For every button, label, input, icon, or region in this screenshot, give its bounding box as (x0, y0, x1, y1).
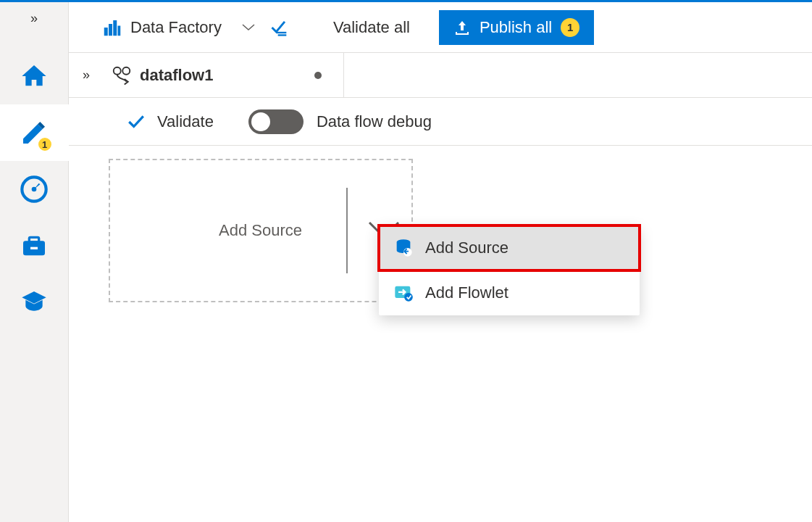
main-content: Data Factory Validate all Publish all 1 … (69, 2, 812, 522)
publish-label: Publish all (480, 18, 552, 37)
add-source-menu: Add Source Add Flowlet (379, 225, 640, 315)
factory-icon (101, 17, 123, 38)
svg-rect-5 (104, 28, 108, 36)
svg-point-10 (122, 67, 130, 74)
author-badge: 1 (37, 136, 53, 152)
expand-panel-icon[interactable]: » (69, 67, 104, 83)
nav-manage[interactable] (0, 218, 69, 274)
gauge-icon (20, 175, 49, 204)
add-source-placeholder[interactable]: Add Source (109, 159, 413, 302)
chevron-down-icon (242, 24, 255, 31)
dataflow-icon (111, 65, 133, 86)
svg-rect-7 (113, 20, 117, 36)
publish-all-button[interactable]: Publish all 1 (439, 10, 594, 45)
nav-monitor[interactable] (0, 161, 69, 218)
toggle-thumb (251, 112, 270, 131)
svg-rect-6 (109, 24, 112, 36)
graduation-icon (20, 288, 49, 317)
factory-selector[interactable]: Data Factory (101, 17, 255, 38)
validate-all-label: Validate all (333, 18, 410, 37)
dataflow-canvas[interactable]: Add Source Add Source (69, 146, 812, 302)
check-all-icon (269, 17, 290, 38)
tab-dataflow1[interactable]: dataflow1 (104, 53, 344, 98)
left-nav-rail: » 1 (0, 2, 69, 522)
home-icon (20, 62, 49, 91)
validate-all-button[interactable]: Validate all (269, 17, 410, 38)
check-icon (127, 112, 146, 131)
flowlet-icon (393, 283, 414, 303)
divider (346, 188, 348, 273)
debug-toggle[interactable] (248, 109, 304, 134)
menu-add-flowlet-label: Add Flowlet (425, 283, 508, 302)
dataflow-action-bar: Validate Data flow debug (69, 98, 812, 146)
svg-point-1 (32, 187, 37, 192)
menu-add-source-label: Add Source (425, 239, 508, 257)
menu-add-source[interactable]: Add Source (379, 225, 640, 270)
publish-badge: 1 (561, 18, 579, 37)
tab-bar: » dataflow1 (69, 53, 812, 98)
nav-author[interactable]: 1 (0, 104, 69, 161)
unsaved-indicator-icon (314, 72, 322, 79)
menu-add-flowlet[interactable]: Add Flowlet (379, 270, 640, 315)
nav-home[interactable] (0, 48, 69, 104)
factory-label: Data Factory (130, 18, 222, 37)
debug-label: Data flow debug (317, 112, 432, 131)
database-source-icon (393, 238, 414, 258)
nav-learn[interactable] (0, 274, 69, 331)
tab-name: dataflow1 (140, 66, 213, 85)
svg-point-14 (404, 293, 413, 302)
svg-rect-8 (118, 25, 121, 36)
svg-rect-3 (29, 237, 38, 242)
add-source-placeholder-label: Add Source (219, 221, 302, 240)
svg-point-9 (114, 67, 121, 74)
collapse-nav-icon[interactable]: » (30, 11, 38, 26)
top-toolbar: Data Factory Validate all Publish all 1 (69, 2, 812, 53)
validate-label: Validate (157, 112, 214, 131)
toolbox-icon (20, 231, 49, 260)
upload-icon (453, 19, 471, 36)
validate-button[interactable]: Validate (127, 112, 214, 131)
svg-rect-4 (30, 247, 38, 249)
